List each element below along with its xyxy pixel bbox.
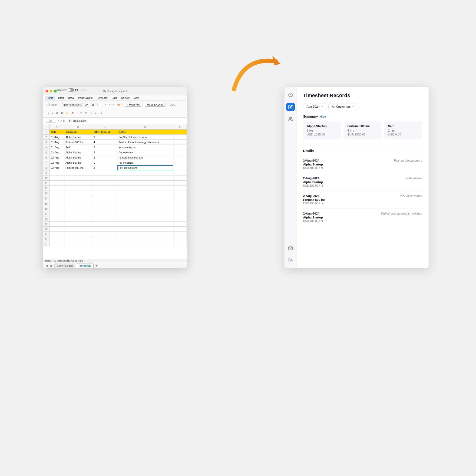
table-row[interactable]: 502-AugAlpha Startup2Code review (43, 150, 187, 155)
cell-effort[interactable]: 2 (92, 145, 117, 150)
cell-date[interactable]: 02-Aug (50, 165, 64, 170)
cell-notes[interactable]: PM meetings (117, 160, 173, 165)
wrap-text-button[interactable]: ↵ Wrap Text (125, 103, 141, 107)
autosave-toggle[interactable] (68, 88, 74, 92)
cell-e[interactable] (173, 155, 187, 160)
cell-customer[interactable] (64, 242, 92, 247)
cell-e[interactable] (173, 186, 187, 191)
cell-e[interactable] (173, 242, 187, 247)
align-bottom-button[interactable]: ⊥ (89, 111, 93, 115)
cell-notes[interactable] (117, 175, 173, 181)
cell-date[interactable]: Date (50, 129, 64, 135)
menu-page-layout[interactable]: Page Layout (76, 96, 95, 100)
detail-item[interactable]: 2-Aug-2024 Alpha Startup USD 185.00 / hr… (303, 155, 422, 173)
font-increase-button[interactable]: A (91, 103, 95, 107)
sheet-tab-timesheets[interactable]: Timesheets (76, 264, 94, 268)
cell-e[interactable] (173, 216, 187, 221)
table-row[interactable]: 14 (43, 196, 187, 201)
fill-color-button[interactable]: 🎨 (116, 103, 121, 106)
sidebar-icon-logout[interactable] (286, 256, 295, 265)
cell-e[interactable] (173, 196, 187, 201)
cell-customer[interactable] (64, 181, 92, 186)
cell-e[interactable] (173, 221, 187, 227)
bold-button[interactable]: B (47, 111, 51, 115)
cell-effort[interactable]: 1 (92, 160, 117, 165)
italic-button[interactable]: I (51, 111, 54, 115)
cell-customer[interactable] (64, 196, 92, 201)
cell-date[interactable]: 02-Aug (50, 155, 64, 160)
cell-effort[interactable]: 4 (92, 140, 117, 145)
detail-item[interactable]: 2-Aug-2024 Alpha Startup USD 185.00 / hr… (303, 208, 422, 226)
cell-date[interactable] (50, 242, 64, 247)
cell-notes[interactable]: In-house tasks (117, 145, 173, 150)
align-top-button[interactable]: ⊤ (79, 111, 84, 115)
table-row[interactable]: 802-AugFortune 500 Inc.2PPT discussions (43, 165, 187, 170)
cell-reference-input[interactable] (45, 119, 56, 123)
table-row[interactable]: 23 (43, 242, 187, 247)
cell-notes[interactable]: SaaS architecture review (117, 135, 173, 140)
font-size-selector[interactable]: 20 (84, 103, 90, 106)
increase-indent-button[interactable]: ⇥ (99, 111, 103, 115)
cell-e[interactable] (173, 181, 187, 186)
menu-home[interactable]: Home (45, 96, 55, 100)
cell-date[interactable] (50, 170, 64, 175)
cell-e[interactable] (173, 145, 187, 150)
month-filter[interactable]: Aug 2024 (303, 103, 326, 110)
sidebar-icon-clock[interactable] (286, 91, 295, 99)
col-header-d[interactable]: D (117, 124, 173, 129)
cell-effort[interactable] (92, 191, 117, 196)
cell-notes[interactable] (117, 191, 173, 196)
cell-date[interactable] (50, 196, 64, 201)
cell-customer[interactable] (64, 191, 92, 196)
cell-notes[interactable]: Code review (117, 150, 173, 155)
cell-effort[interactable] (92, 175, 117, 181)
font-name-selector[interactable]: Aptos Narrow (Bod... (62, 103, 84, 106)
table-row[interactable]: 15 (43, 201, 187, 206)
align-left-button[interactable]: ≡ (103, 103, 107, 106)
table-row[interactable]: 17 (43, 211, 187, 216)
cell-notes[interactable] (117, 170, 173, 175)
table-row[interactable]: 21 (43, 232, 187, 237)
sidebar-icon-users[interactable] (286, 115, 295, 123)
cell-effort[interactable] (92, 206, 117, 211)
cell-customer[interactable]: Fortune 500 Inc. (64, 140, 92, 145)
cell-notes[interactable] (117, 221, 173, 227)
cell-notes[interactable] (117, 237, 173, 242)
menu-draw[interactable]: Draw (66, 96, 76, 100)
table-row[interactable]: 16 (43, 206, 187, 211)
minimize-button[interactable] (50, 90, 52, 92)
table-row[interactable]: 602-AugAlpha Startup3Feature development (43, 155, 187, 160)
cell-e[interactable] (173, 227, 187, 232)
cell-customer[interactable]: Self (64, 145, 92, 150)
table-row[interactable]: 401-AugSelf2In-house tasks (43, 145, 187, 150)
merge-centre-button[interactable]: Merge & Centre (145, 103, 165, 107)
align-right-button[interactable]: ≡ (112, 103, 116, 106)
cell-date[interactable] (50, 175, 64, 181)
cell-date[interactable] (50, 181, 64, 186)
cell-date[interactable]: 01-Aug (50, 145, 64, 150)
cell-effort[interactable] (92, 242, 117, 247)
add-sheet-button[interactable]: + (94, 264, 99, 268)
cell-notes[interactable] (117, 227, 173, 232)
cell-customer[interactable] (64, 237, 92, 242)
table-row[interactable]: 9 (43, 170, 187, 175)
detail-item[interactable]: 2-Aug-2024 Fortune 500 Inc EUR 250.00 / … (303, 191, 422, 208)
cell-date[interactable]: 02-Aug (50, 160, 64, 165)
align-center-button[interactable]: ≡ (108, 103, 111, 106)
cell-date[interactable] (50, 216, 64, 221)
menu-view[interactable]: View (132, 96, 141, 100)
cell-effort[interactable] (92, 216, 117, 221)
cell-date[interactable]: 01-Aug (50, 140, 64, 145)
table-row[interactable]: 12 (43, 186, 187, 191)
cell-notes[interactable]: Feature development (117, 155, 173, 160)
cell-notes[interactable] (117, 186, 173, 191)
cell-effort[interactable] (92, 237, 117, 242)
cell-date[interactable] (50, 206, 64, 211)
cell-effort[interactable] (92, 181, 117, 186)
table-row[interactable]: 702-AugAlpha Startup1PM meetings (43, 160, 187, 165)
cell-e[interactable] (173, 170, 187, 175)
font-color-btn[interactable]: A▾ (70, 111, 76, 115)
cell-customer[interactable] (64, 201, 92, 206)
cell-customer[interactable] (64, 216, 92, 221)
cell-e[interactable] (173, 201, 187, 206)
